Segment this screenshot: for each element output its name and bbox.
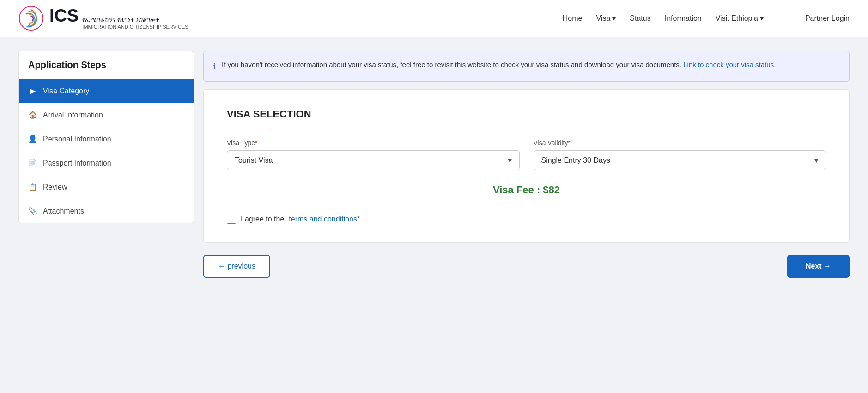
sidebar-item-label: Review	[43, 183, 67, 191]
sidebar-item-label: Passport Information	[43, 159, 111, 167]
logo-icon	[18, 6, 44, 31]
logo-text-block: ICS የኢሚግሬሽንና የዜግነት አገልግሎት IMMIGRATION AN…	[49, 6, 188, 30]
document-icon: 📄	[28, 159, 37, 167]
next-button[interactable]: Next →	[787, 255, 850, 278]
previous-button[interactable]: ← previous	[203, 255, 270, 278]
main-container: Application Steps ▶ Visa Category 🏠 Arri…	[0, 37, 868, 292]
visa-type-select-wrapper: Tourist Visa Business Visa Transit Visa …	[227, 150, 520, 170]
arrow-right-icon: ▶	[28, 86, 37, 95]
nav-home[interactable]: Home	[563, 14, 583, 23]
logo-subtitle: IMMIGRATION AND CITIZENSHIP SERVICES	[82, 24, 188, 30]
sidebar-title: Application Steps	[19, 51, 194, 79]
sidebar-item-attachments[interactable]: 📎 Attachments	[19, 199, 194, 223]
visa-form-row: Visa Type* Tourist Visa Business Visa Tr…	[227, 139, 826, 170]
info-circle-icon: ℹ	[213, 61, 216, 73]
nav-visit-ethiopia[interactable]: Visit Ethiopia ▾	[716, 14, 764, 23]
visa-validity-select[interactable]: Single Entry 30 Days Single Entry 90 Day…	[534, 150, 826, 170]
sidebar-item-passport-information[interactable]: 📄 Passport Information	[19, 151, 194, 175]
attachment-icon: 📎	[28, 207, 37, 215]
nav-information[interactable]: Information	[665, 14, 702, 23]
visa-selection-title: VISA SELECTION	[227, 108, 826, 128]
chevron-down-icon: ▾	[612, 14, 616, 23]
banner-text: If you haven't received information abou…	[222, 60, 776, 70]
terms-row: I agree to the terms and conditions*	[227, 215, 826, 224]
visa-validity-select-wrapper: Single Entry 30 Days Single Entry 90 Day…	[534, 150, 826, 170]
sidebar-item-review[interactable]: 📋 Review	[19, 175, 194, 199]
nav-buttons: ← previous Next →	[203, 255, 850, 278]
person-icon: 👤	[28, 135, 37, 143]
sidebar: Application Steps ▶ Visa Category 🏠 Arri…	[18, 51, 194, 223]
visa-type-select[interactable]: Tourist Visa Business Visa Transit Visa	[227, 150, 520, 170]
logo-amharic: የኢሚግሬሽንና የዜግነት አገልግሎት	[82, 16, 188, 24]
sidebar-item-visa-category[interactable]: ▶ Visa Category	[19, 79, 194, 103]
terms-checkbox[interactable]	[227, 215, 236, 224]
logo-ics: ICS	[49, 6, 79, 26]
nav-visa[interactable]: Visa ▾	[596, 14, 616, 23]
visa-validity-required: *	[568, 139, 570, 147]
nav-status[interactable]: Status	[630, 14, 650, 23]
sidebar-item-label: Arrival Information	[43, 111, 103, 119]
chevron-down-icon: ▾	[760, 14, 764, 23]
info-banner: ℹ If you haven't received information ab…	[203, 51, 850, 82]
visa-type-group: Visa Type* Tourist Visa Business Visa Tr…	[227, 139, 520, 170]
logo-area: ICS የኢሚግሬሽንና የዜግነት አገልግሎት IMMIGRATION AN…	[18, 6, 563, 31]
nav-partner-login[interactable]: Partner Login	[805, 14, 850, 23]
sidebar-item-label: Attachments	[43, 207, 84, 215]
terms-text: I agree to the	[241, 215, 284, 223]
sidebar-item-label: Visa Category	[43, 87, 89, 95]
sidebar-item-label: Personal Information	[43, 135, 111, 143]
content-area: ℹ If you haven't received information ab…	[203, 51, 850, 278]
review-icon: 📋	[28, 183, 37, 191]
visa-type-required: *	[255, 139, 257, 147]
terms-link[interactable]: terms and conditions*	[289, 215, 360, 223]
sidebar-item-personal-information[interactable]: 👤 Personal Information	[19, 127, 194, 151]
header: ICS የኢሚግሬሽንና የዜግነት አገልግሎት IMMIGRATION AN…	[0, 0, 868, 37]
visa-selection-card: VISA SELECTION Visa Type* Tourist Visa B…	[203, 89, 850, 243]
home-icon: 🏠	[28, 111, 37, 119]
visa-status-link[interactable]: Link to check your visa status.	[683, 61, 776, 68]
visa-fee: Visa Fee : $82	[227, 184, 826, 196]
main-nav: Home Visa ▾ Status Information Visit Eth…	[563, 14, 850, 23]
visa-type-label: Visa Type*	[227, 139, 520, 147]
sidebar-item-arrival-information[interactable]: 🏠 Arrival Information	[19, 103, 194, 127]
visa-validity-label: Visa Validity*	[534, 139, 826, 147]
visa-validity-group: Visa Validity* Single Entry 30 Days Sing…	[534, 139, 826, 170]
